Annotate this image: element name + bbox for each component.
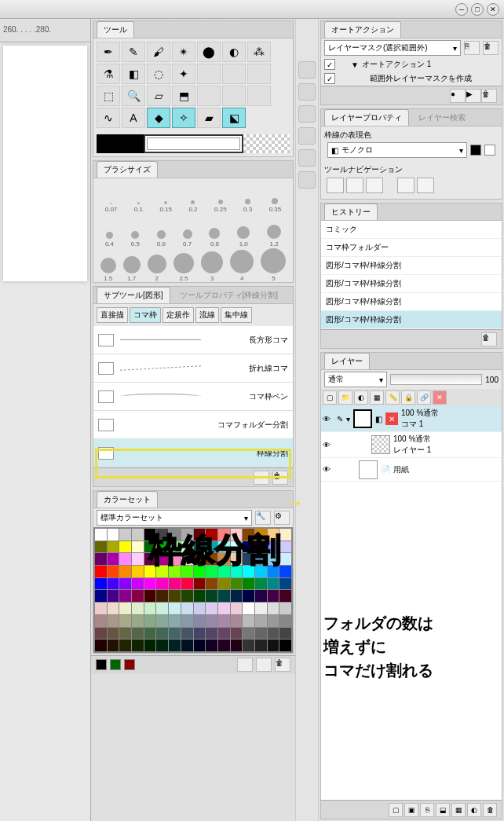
color-swatch[interactable] bbox=[218, 529, 230, 541]
subtool-item-folder-split[interactable]: コマフォルダー分割 bbox=[93, 411, 293, 439]
color-swatch[interactable] bbox=[119, 529, 131, 541]
color-swatch[interactable] bbox=[194, 628, 206, 640]
monochrome-select[interactable]: ◧モノクロ▾ bbox=[327, 142, 467, 158]
color-swatch[interactable] bbox=[206, 553, 217, 565]
color-swatch[interactable] bbox=[95, 628, 107, 640]
color-swatch[interactable] bbox=[119, 615, 131, 627]
color-swatch[interactable] bbox=[231, 541, 243, 553]
lasso-tool-icon[interactable]: ◌ bbox=[147, 64, 170, 84]
layer-row[interactable]: 👁 100 %通常レイヤー 1 bbox=[321, 432, 502, 458]
color-swatch[interactable] bbox=[119, 541, 131, 553]
color-swatch[interactable] bbox=[268, 628, 279, 640]
black-swatch[interactable] bbox=[470, 145, 481, 156]
color-swatch[interactable] bbox=[268, 590, 279, 602]
zoom-tool-icon[interactable]: 🔍 bbox=[122, 86, 145, 106]
color-swatch[interactable] bbox=[243, 566, 254, 577]
color-swatch[interactable] bbox=[108, 553, 119, 565]
gradient-tool-icon[interactable]: ◧ bbox=[122, 64, 145, 84]
footer-add-icon[interactable] bbox=[237, 658, 253, 672]
frame-tool-icon[interactable]: ✧ bbox=[172, 108, 195, 128]
color-swatch[interactable] bbox=[132, 628, 144, 640]
auto-action-delete-icon[interactable]: 🗑 bbox=[483, 41, 499, 55]
brush-preset[interactable]: 0.07 bbox=[105, 203, 118, 213]
subtool-ruler[interactable]: 定規作 bbox=[163, 307, 194, 323]
history-item[interactable]: 図形/コマ枠/枠線分割 bbox=[321, 275, 502, 293]
color-swatch[interactable] bbox=[218, 541, 230, 553]
footer-green[interactable] bbox=[110, 659, 121, 670]
color-swatch[interactable] bbox=[95, 578, 107, 590]
nav-hand-icon[interactable] bbox=[417, 178, 434, 193]
color-swatch[interactable] bbox=[206, 628, 217, 640]
color-swatch[interactable] bbox=[108, 640, 119, 651]
object-tool-icon[interactable] bbox=[197, 86, 221, 106]
color-swatch[interactable] bbox=[255, 553, 267, 565]
tool-tab[interactable]: ツール bbox=[97, 21, 134, 38]
clip-icon[interactable]: ◐ bbox=[354, 390, 368, 405]
color-swatch[interactable] bbox=[132, 578, 144, 590]
play-icon[interactable]: ▶ bbox=[466, 89, 481, 103]
delete-layer-icon[interactable]: ✕ bbox=[433, 390, 447, 405]
color-swatch[interactable] bbox=[132, 541, 144, 553]
color-swatch[interactable] bbox=[194, 553, 206, 565]
color-swatch[interactable] bbox=[279, 541, 291, 553]
brush-preset[interactable]: 1.0 bbox=[237, 226, 250, 247]
color-swatch[interactable] bbox=[243, 628, 254, 640]
history-item[interactable]: 図形/コマ枠/枠線分割 bbox=[321, 311, 502, 329]
color-swatch[interactable] bbox=[156, 566, 168, 577]
color-swatch[interactable] bbox=[243, 553, 254, 565]
brush-preset[interactable]: 0.25 bbox=[214, 200, 227, 213]
color-swatch[interactable] bbox=[181, 578, 193, 590]
color-swatch[interactable] bbox=[194, 615, 206, 627]
color-swatch[interactable] bbox=[255, 590, 267, 602]
blend-tool-icon[interactable]: ◐ bbox=[222, 42, 246, 62]
colorset-menu-icon[interactable]: ⚙ bbox=[274, 511, 290, 525]
new-folder-icon[interactable]: 📁 bbox=[338, 390, 352, 405]
subtool-stream[interactable]: 流線 bbox=[195, 307, 219, 323]
color-swatch[interactable] bbox=[156, 553, 168, 565]
color-swatch[interactable] bbox=[169, 541, 181, 553]
history-item[interactable]: コミック bbox=[321, 221, 502, 239]
bg-color[interactable] bbox=[147, 137, 240, 150]
color-swatch[interactable] bbox=[255, 628, 267, 640]
color-swatch[interactable] bbox=[255, 566, 267, 577]
color-swatch[interactable] bbox=[218, 590, 230, 602]
footer-trash-icon[interactable]: 🗑 bbox=[483, 803, 497, 817]
subtool-focus[interactable]: 集中線 bbox=[221, 307, 252, 323]
nav-merge-icon[interactable] bbox=[366, 178, 383, 193]
layer-property-tab[interactable]: レイヤープロパティ bbox=[324, 109, 409, 126]
color-swatch[interactable] bbox=[255, 603, 267, 614]
pencil-tool-icon[interactable]: ✎ bbox=[122, 42, 145, 62]
color-swatch[interactable] bbox=[218, 615, 230, 627]
footer-red[interactable] bbox=[124, 659, 135, 670]
color-swatch[interactable] bbox=[181, 566, 193, 577]
color-swatch[interactable] bbox=[268, 529, 279, 541]
tool-property-tab[interactable]: ツールプロパティ[枠線分割] bbox=[173, 288, 285, 303]
subtool-add-button[interactable] bbox=[254, 471, 269, 485]
color-swatch[interactable] bbox=[132, 566, 144, 577]
color-swatch[interactable] bbox=[268, 566, 279, 577]
close-button[interactable]: ✕ bbox=[487, 3, 499, 16]
mask-icon[interactable]: ▦ bbox=[370, 390, 384, 405]
footer-combine-icon[interactable]: ▦ bbox=[451, 803, 466, 817]
color-swatch[interactable] bbox=[132, 640, 144, 651]
color-swatch[interactable] bbox=[255, 529, 267, 541]
path-tool-icon[interactable] bbox=[222, 86, 246, 106]
minimize-button[interactable]: ─ bbox=[455, 3, 468, 16]
color-swatch[interactable] bbox=[108, 566, 119, 577]
history-item[interactable]: 図形/コマ枠/枠線分割 bbox=[321, 293, 502, 311]
color-swatch[interactable] bbox=[268, 541, 279, 553]
color-swatch[interactable] bbox=[206, 615, 217, 627]
color-swatch[interactable] bbox=[144, 566, 156, 577]
brush-preset[interactable]: 2.5 bbox=[173, 253, 194, 282]
color-swatch[interactable] bbox=[268, 640, 279, 651]
color-swatch[interactable] bbox=[156, 628, 168, 640]
color-swatch[interactable] bbox=[181, 640, 193, 651]
color-swatch[interactable] bbox=[132, 529, 144, 541]
color-swatch[interactable] bbox=[119, 603, 131, 614]
color-swatch[interactable] bbox=[255, 640, 267, 651]
color-swatches[interactable] bbox=[93, 527, 293, 653]
nav-split-icon[interactable] bbox=[346, 178, 363, 193]
marquee-tool-icon[interactable] bbox=[222, 64, 246, 84]
color-swatch[interactable] bbox=[279, 628, 291, 640]
color-swatch[interactable] bbox=[194, 578, 206, 590]
